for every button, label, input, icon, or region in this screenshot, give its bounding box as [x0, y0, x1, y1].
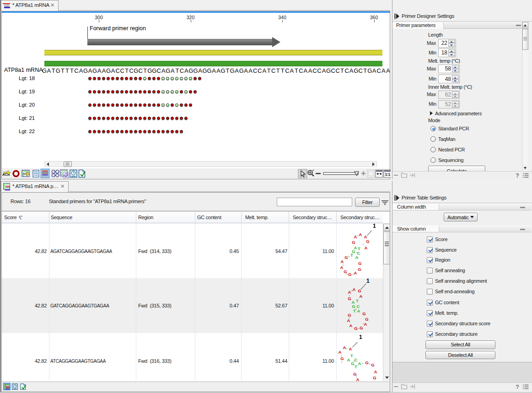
svg-text:1:1: 1:1: [385, 172, 391, 177]
